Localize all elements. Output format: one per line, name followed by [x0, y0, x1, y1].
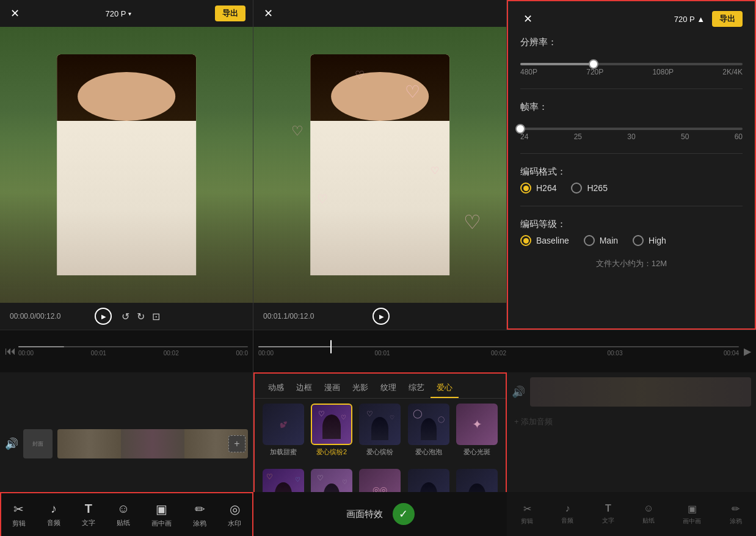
tab-manhua[interactable]: 漫画 — [318, 378, 346, 398]
confirm-button[interactable]: ✓ — [393, 503, 415, 525]
undo-icon[interactable]: ↺ — [122, 311, 129, 322]
toolbar-draw[interactable]: ✏ 涂鸦 — [193, 502, 206, 528]
level-baseline-option[interactable]: Baseline — [520, 235, 569, 246]
framerate-slider-thumb[interactable] — [515, 124, 525, 134]
left-timestamp: 00:00.0/00:12.0 — [10, 312, 60, 321]
left-resolution-selector[interactable]: 720 P ▾ — [106, 9, 132, 18]
toolbar-audio[interactable]: ♪ 音频 — [47, 502, 60, 527]
tl-mark-2: 00:02 — [164, 350, 179, 357]
fps-25: 25 — [574, 132, 582, 141]
volume-icon[interactable]: 🔊 — [5, 437, 18, 451]
codec-h264-radio[interactable] — [520, 183, 531, 194]
effect-thumb-0: 💕 — [263, 404, 304, 445]
res-720p: 720P — [586, 68, 603, 76]
left-resolution-label: 720 P — [106, 9, 126, 18]
effects-tabs: 动感 边框 漫画 光影 纹理 综艺 爱心 — [255, 374, 506, 399]
left-close-button[interactable]: ✕ — [7, 6, 22, 21]
tab-donggan[interactable]: 动感 — [262, 378, 290, 398]
tab-biankuang[interactable]: 边框 — [290, 378, 318, 398]
effect-jiazai-tiantian[interactable]: 💕 加载甜蜜 — [261, 404, 305, 465]
toolbar-cut[interactable]: ✂ 剪辑 — [12, 502, 26, 528]
codec-h264-option[interactable]: H264 — [520, 183, 556, 194]
fps-24: 24 — [520, 132, 528, 141]
right-toolbar-draw: ✏ 涂鸦 — [730, 503, 742, 526]
right-add-audio: + 添加音频 — [507, 411, 756, 432]
effect-aixin-binfen[interactable]: ♡ ♡ 爱心缤纷 — [358, 404, 402, 465]
right-audio-label: 音频 — [561, 516, 573, 525]
audio-icon: ♪ — [51, 502, 57, 516]
effect-name-4: 爱心光斑 — [463, 447, 490, 457]
timeline-end-icon[interactable]: ▶ — [744, 346, 751, 357]
framerate-label: 帧率： — [520, 101, 743, 113]
mid-video-panel: ✕ ♡ ♡ ♡ ♡ ♡ ♡ 00:01.1/00:12.0 — [253, 0, 507, 330]
settings-resolution-selector[interactable]: 720 P ▲ — [674, 15, 705, 24]
cut-label: 剪辑 — [12, 519, 26, 528]
resolution-label: 分辨率： — [520, 37, 743, 48]
tlm-mark-4: 00:04 — [724, 350, 739, 357]
right-draw-label: 涂鸦 — [730, 517, 742, 526]
settings-export-button[interactable]: 导出 — [712, 11, 743, 27]
toolbar-watermark[interactable]: ◎ 水印 — [228, 502, 241, 528]
codec-h265-radio[interactable] — [571, 183, 582, 194]
effect-name-3: 爱心泡泡 — [415, 447, 442, 457]
codec-h264-label: H264 — [536, 183, 556, 193]
level-baseline-label: Baseline — [536, 236, 569, 245]
sticker-icon: ☺ — [117, 502, 129, 516]
settings-close-button[interactable]: ✕ — [520, 12, 535, 26]
toolbar-pip[interactable]: ▣ 画中画 — [151, 502, 172, 528]
redo-icon[interactable]: ↻ — [137, 311, 145, 322]
pip-label: 画中画 — [151, 519, 172, 528]
mid-video-controls: 00:01.1/00:12.0 ▶ — [253, 303, 506, 330]
right-cut-label: 剪辑 — [521, 517, 533, 526]
resolution-slider-fill — [520, 63, 594, 65]
effect-aixin-guangban[interactable]: ✦ 爱心光斑 — [455, 404, 500, 465]
toolbar-sticker[interactable]: ☺ 贴纸 — [117, 502, 130, 527]
mid-close-button[interactable]: ✕ — [261, 6, 275, 21]
codec-h265-option[interactable]: H265 — [571, 183, 607, 194]
right-toolbar-pip: ▣ 画中画 — [683, 503, 701, 526]
timeline-start-icon[interactable]: ⏮ — [5, 345, 16, 358]
resolution-slider-labels: 480P 720P 1080P 2K/4K — [520, 68, 743, 76]
level-baseline-radio[interactable] — [520, 235, 531, 246]
fps-60: 60 — [735, 132, 743, 141]
level-high-label: High — [649, 236, 666, 245]
right-pip-icon: ▣ — [688, 503, 697, 515]
right-toolbar-audio: ♪ 音频 — [561, 503, 573, 525]
tlm-mark-3: 00:03 — [607, 350, 622, 357]
effect-thumb-3: ◯ ◯ — [408, 404, 449, 445]
codec-h265-label: H265 — [587, 183, 607, 193]
watermark-label: 水印 — [228, 519, 241, 528]
effect-aixin-binfen2[interactable]: ♡ ♡ 爱心缤纷2 — [309, 404, 354, 465]
right-text-label: 文字 — [602, 516, 614, 525]
right-sticker-icon: ☺ — [644, 503, 653, 514]
add-clip-icon: + — [234, 438, 239, 449]
level-label: 编码等级： — [520, 219, 743, 230]
level-high-radio[interactable] — [633, 235, 644, 246]
tab-wenli[interactable]: 纹理 — [374, 378, 402, 398]
mid-play-button[interactable]: ▶ — [373, 308, 390, 325]
main-toolbar: ✂ 剪辑 ♪ 音频 T 文字 ☺ 贴纸 ▣ 画中画 ✏ 涂鸦 ◎ 水印 — [0, 492, 253, 536]
toolbar-text[interactable]: T 文字 — [82, 502, 95, 527]
tab-guangying[interactable]: 光影 — [346, 378, 374, 398]
resolution-section: 分辨率： 480P 720P 1080P 2K/4K — [520, 37, 743, 76]
tab-zongyi[interactable]: 综艺 — [402, 378, 431, 398]
level-main-option[interactable]: Main — [584, 235, 618, 246]
cover-thumbnail: 封面 — [23, 429, 53, 458]
fps-50: 50 — [681, 132, 689, 141]
add-clip-button[interactable]: + — [228, 435, 245, 452]
mid-video-header: ✕ — [253, 0, 506, 27]
left-play-button[interactable]: ▶ — [95, 308, 112, 325]
resolution-slider-track[interactable] — [520, 63, 743, 65]
effect-aixin-paopao[interactable]: ◯ ◯ 爱心泡泡 — [406, 404, 451, 465]
effect-name-2: 爱心缤纷 — [366, 447, 393, 457]
framerate-slider-track[interactable] — [520, 128, 743, 130]
tab-aixin[interactable]: 爱心 — [431, 378, 459, 398]
fullscreen-icon[interactable]: ⊡ — [152, 311, 160, 322]
resolution-slider-thumb[interactable] — [589, 59, 598, 69]
level-main-radio[interactable] — [584, 235, 595, 246]
left-export-button[interactable]: 导出 — [215, 5, 245, 21]
mid-video-canvas: ♡ ♡ ♡ ♡ ♡ ♡ — [253, 27, 506, 303]
left-video-controls: 00:00.0/00:12.0 ▶ ↺ ↻ ⊡ — [0, 303, 253, 330]
level-high-option[interactable]: High — [633, 235, 666, 246]
res-1080p: 1080P — [652, 68, 674, 76]
